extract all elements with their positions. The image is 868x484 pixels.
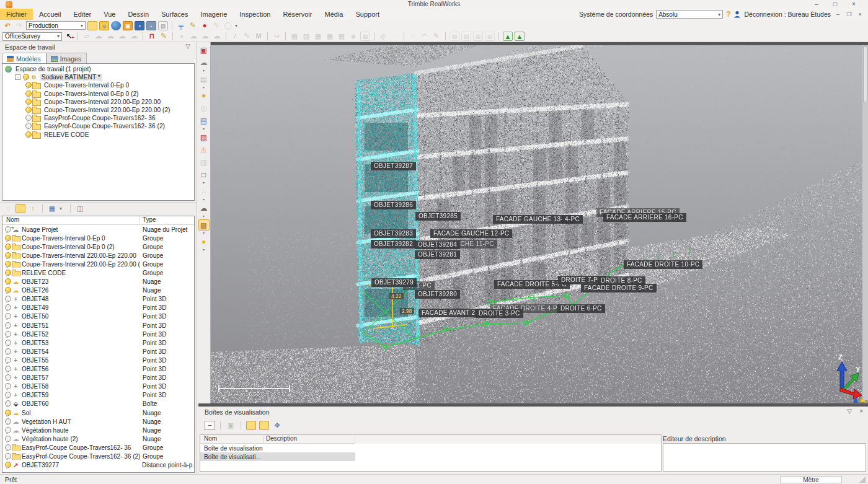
save-as-icon[interactable]: ▪ xyxy=(146,21,156,30)
axis-star-icon[interactable]: ✦ xyxy=(198,90,210,102)
move-up-icon[interactable]: ↑ xyxy=(28,204,38,213)
object-label[interactable]: OBJET39285 xyxy=(415,212,461,221)
magnet-icon[interactable]: ⊓ xyxy=(147,32,157,41)
table-row[interactable]: OBJET39277Distance point-à-p. xyxy=(2,461,194,470)
object-label[interactable]: OBJET39286 xyxy=(371,201,416,209)
table-row[interactable]: OBJET52Point 3D xyxy=(2,330,194,338)
annotate-pen-icon[interactable]: ✎ xyxy=(188,21,198,30)
hook-arrow-icon[interactable]: ↪ xyxy=(272,32,281,41)
tree-item[interactable]: Espace de travail (1 projet) xyxy=(2,65,194,73)
panel-minimize-button[interactable]: – xyxy=(834,11,842,17)
warning-icon[interactable]: ⚠ xyxy=(198,144,210,156)
object-label[interactable]: OBJET39283 xyxy=(371,229,416,238)
menu-tab-dessin[interactable]: Dessin xyxy=(122,9,155,20)
display-monitor-icon[interactable]: ▦ xyxy=(47,204,57,213)
close-button[interactable]: × xyxy=(844,0,863,8)
light-tool-icon[interactable]: ● xyxy=(198,236,210,247)
box-tool-icon[interactable]: ▦ xyxy=(290,32,299,41)
lasso-icon[interactable]: ◠ xyxy=(420,32,430,41)
column-header-type[interactable]: Type xyxy=(140,216,156,224)
visibility-bulb-icon[interactable] xyxy=(4,436,10,442)
diamond-icon[interactable]: ◆ xyxy=(348,32,358,41)
image-tool-icon[interactable]: ▧ xyxy=(198,132,210,143)
select-circle-icon[interactable]: ◌ xyxy=(408,32,418,41)
cloud-sub-icon[interactable]: ☁ xyxy=(117,32,127,41)
page-d-icon[interactable]: ▤ xyxy=(485,32,495,41)
page-b-icon[interactable]: ▤ xyxy=(461,32,471,41)
chevron-down-icon[interactable]: ▾ xyxy=(203,69,205,73)
table-row[interactable]: Coupe-Travers-Interval 0-Ep 0 (2)Groupe xyxy=(2,242,194,251)
object-label[interactable]: OBJET39284 xyxy=(415,240,460,249)
table-row[interactable]: OBJET49Point 3D xyxy=(2,304,194,312)
export-up-icon[interactable]: ▲ xyxy=(515,32,525,41)
visibility-bulb-icon[interactable] xyxy=(25,131,30,138)
table-row[interactable]: EasyProf-Coupe Coupe-Travers162- 36Group… xyxy=(2,443,194,452)
tree-item[interactable]: Coupe-Travers-Interval 0-Ep 0 (2) xyxy=(2,90,194,98)
visibility-bulb-icon[interactable] xyxy=(4,226,10,233)
menu-tab-fichier[interactable]: Fichier xyxy=(0,9,33,20)
document-icon[interactable]: ▤ xyxy=(158,21,168,30)
search-icon[interactable]: ○ xyxy=(3,204,13,213)
visibility-bulb-icon[interactable] xyxy=(4,366,10,372)
panel-restore-button[interactable]: ❐ xyxy=(845,11,853,17)
column-header-description[interactable]: Description xyxy=(264,435,355,444)
zoom-b-icon[interactable]: ◌ xyxy=(390,32,400,41)
table-row[interactable]: Boîte de visualisation xyxy=(200,444,355,452)
tree-item[interactable]: RELEVE CODE xyxy=(2,131,194,139)
visibility-bulb-icon[interactable] xyxy=(4,418,10,425)
menu-tab-support[interactable]: Support xyxy=(349,9,386,20)
visibility-bulb-icon[interactable] xyxy=(25,82,30,89)
menu-tab-média[interactable]: Média xyxy=(318,9,349,20)
open-folder-alt-icon[interactable] xyxy=(259,421,269,430)
visibility-bulb-icon[interactable] xyxy=(4,357,10,364)
visibility-bulb-icon[interactable] xyxy=(4,270,10,276)
visibility-bulb-icon[interactable] xyxy=(4,244,10,250)
publish-globe-icon[interactable] xyxy=(111,21,121,30)
visibility-bulb-icon[interactable] xyxy=(25,107,30,113)
table-row[interactable]: OBJET50Point 3D xyxy=(2,312,194,321)
open-project-icon[interactable] xyxy=(87,21,97,30)
cloud-merge-icon[interactable]: ☁ xyxy=(188,32,198,41)
limit-box-icon[interactable]: ▣ xyxy=(226,421,236,430)
workspace-mode-select[interactable]: Production▾ xyxy=(26,21,86,30)
menu-tab-surfaces[interactable]: Surfaces xyxy=(155,9,194,20)
close-icon[interactable]: × xyxy=(859,408,863,415)
visibility-bulb-icon[interactable] xyxy=(4,392,10,398)
chevron-down-icon[interactable]: ▾ xyxy=(203,248,205,252)
visibility-bulb-icon[interactable] xyxy=(4,462,10,469)
cloud-add-icon[interactable]: ☁ xyxy=(105,32,115,41)
column-header-nom[interactable]: Nom xyxy=(2,216,140,224)
pin-icon[interactable]: ▽ xyxy=(185,43,190,50)
cloud-tool-icon[interactable]: ☁ xyxy=(198,57,210,68)
visibility-bulb-icon[interactable] xyxy=(25,99,30,105)
tree-item[interactable]: Coupe-Travers-Interval 0-Ep 0 xyxy=(2,81,194,89)
table-row[interactable]: OBJET26Nuage xyxy=(2,286,194,295)
table-row[interactable]: OBJET58Point 3D xyxy=(2,382,194,391)
survey-mode-select[interactable]: OfficeSurvey▾ xyxy=(2,32,62,41)
fence-select-icon[interactable]: ▱ xyxy=(82,32,92,41)
visibility-bulb-icon[interactable] xyxy=(4,278,10,285)
visibility-bulb-icon[interactable] xyxy=(4,331,10,338)
resize-grip[interactable] xyxy=(859,477,866,483)
visibility-bulb-icon[interactable] xyxy=(4,374,10,381)
help-icon[interactable]: ? xyxy=(726,10,730,19)
tab-images[interactable]: Images xyxy=(46,53,87,63)
stamp-tool-icon[interactable]: ▥ xyxy=(198,157,210,168)
visibility-bulb-icon[interactable] xyxy=(4,322,10,329)
table-row[interactable]: OBJET60Boîte xyxy=(2,400,194,408)
grid-a-icon[interactable]: ▦ xyxy=(313,32,323,41)
segment-line-icon[interactable]: / xyxy=(230,32,240,41)
table-row[interactable]: OBJET56Point 3D xyxy=(2,365,194,374)
column-header-nom[interactable]: Nom xyxy=(200,435,264,444)
snapshot-icon[interactable]: ▣ xyxy=(123,21,133,30)
visibility-bulb-icon[interactable] xyxy=(4,252,10,259)
table-row[interactable]: Boîte de visualisati... xyxy=(200,452,355,461)
point-cloud-canvas[interactable] xyxy=(211,45,868,403)
panel-splitter[interactable] xyxy=(198,403,868,407)
page-c-icon[interactable]: ▤ xyxy=(473,32,483,41)
visibility-bulb-icon[interactable] xyxy=(4,235,10,242)
viewport-vscrollbar[interactable] xyxy=(862,45,868,400)
level-icon[interactable]: ╤ xyxy=(176,21,186,30)
object-label[interactable]: FACADE DROITE 10-PC xyxy=(624,260,702,269)
chevron-down-icon[interactable]: ▾ xyxy=(60,206,66,211)
